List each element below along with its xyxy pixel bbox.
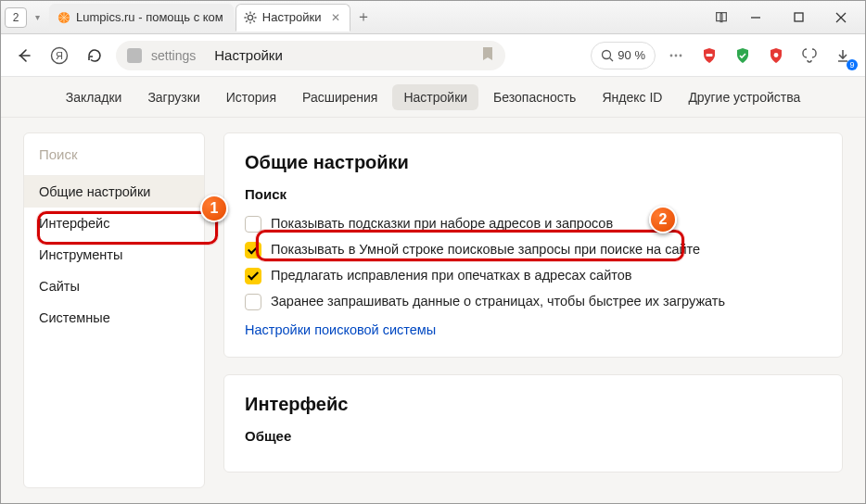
feedback-icon[interactable] [796, 43, 822, 69]
svg-line-7 [253, 20, 255, 22]
settings-sidebar: Поиск Общие настройки Интерфейс Инструме… [23, 132, 205, 488]
gear-icon [244, 11, 257, 24]
option-prefetch[interactable]: Заранее запрашивать данные о страницах, … [245, 289, 821, 315]
sidebar-item-sites[interactable]: Сайты [24, 271, 204, 302]
bookmark-icon[interactable] [481, 46, 494, 64]
option-label: Показывать в Умной строке поисковые запр… [271, 242, 700, 257]
tab-label: Lumpics.ru - помощь с ком [76, 10, 223, 24]
option-typo-fix[interactable]: Предлагать исправления при опечатках в а… [245, 263, 821, 289]
window-maximize-button[interactable] [778, 5, 819, 31]
sidebar-item-general[interactable]: Общие настройки [24, 176, 204, 208]
tab-strip: 2 ▾ Lumpics.ru - помощь с ком Настройки … [1, 1, 865, 34]
option-smartline-queries[interactable]: Показывать в Умной строке поисковые запр… [245, 237, 821, 263]
checkbox[interactable] [245, 242, 261, 258]
zoom-indicator[interactable]: 90 % [591, 42, 656, 69]
nav-back-button[interactable] [10, 42, 38, 69]
link-search-engine-settings[interactable]: Настройки поисковой системы [245, 322, 436, 337]
sidebar-item-interface[interactable]: Интерфейс [24, 208, 204, 239]
protect-shield-green-icon[interactable] [730, 43, 756, 69]
tab-lumpics[interactable]: Lumpics.ru - помощь с ком [49, 4, 234, 32]
tab-counter[interactable]: 2 [5, 7, 27, 28]
heading-interface: Интерфейс [245, 394, 821, 415]
svg-point-19 [670, 54, 673, 57]
yandex-home-button[interactable]: Я [45, 42, 73, 69]
checkbox[interactable] [245, 216, 261, 233]
nav-bookmarks[interactable]: Закладки [55, 84, 134, 110]
window-close-button[interactable] [821, 5, 861, 31]
zoom-value: 90 % [618, 48, 645, 62]
tab-close-icon[interactable]: ✕ [331, 11, 340, 24]
svg-rect-22 [707, 54, 713, 57]
card-interface: Интерфейс Общее [223, 374, 843, 472]
svg-point-20 [675, 54, 678, 57]
downloads-count-badge: 9 [847, 59, 858, 70]
nav-downloads[interactable]: Загрузки [136, 84, 210, 110]
svg-point-23 [774, 53, 779, 57]
svg-line-18 [610, 57, 614, 61]
tab-settings[interactable]: Настройки ✕ [236, 4, 350, 32]
tab-dropdown-icon[interactable]: ▾ [31, 12, 44, 22]
option-suggestions[interactable]: Показывать подсказки при наборе адресов … [245, 211, 821, 237]
option-label: Заранее запрашивать данные о страницах, … [271, 294, 725, 309]
checkbox[interactable] [245, 268, 261, 284]
window-minimize-button[interactable] [735, 5, 776, 31]
sidebar-search-input[interactable]: Поиск [24, 133, 204, 176]
nav-security[interactable]: Безопасность [482, 84, 587, 110]
nav-reload-button[interactable] [81, 42, 108, 69]
svg-line-9 [246, 20, 248, 22]
card-general: Общие настройки Поиск Показывать подсказ… [223, 132, 843, 358]
svg-line-8 [253, 13, 255, 15]
site-identity-icon [127, 48, 142, 63]
url-host: settings [151, 48, 196, 63]
toolbar: Я settings Настройки 90 % [1, 34, 865, 77]
checkbox[interactable] [245, 294, 261, 310]
nav-extensions[interactable]: Расширения [291, 84, 388, 110]
subheading-interface-general: Общее [245, 428, 821, 444]
nav-yandex-id[interactable]: Яндекс ID [591, 84, 673, 110]
menu-dots-icon[interactable] [663, 43, 689, 69]
option-label: Предлагать исправления при опечатках в а… [271, 268, 632, 283]
settings-content: Поиск Общие настройки Интерфейс Инструме… [1, 118, 865, 503]
sidebar-item-system[interactable]: Системные [24, 302, 204, 334]
svg-line-6 [246, 13, 248, 15]
downloads-button[interactable]: 9 [830, 43, 856, 69]
svg-rect-11 [795, 13, 803, 21]
smartbox[interactable]: settings Настройки [116, 41, 505, 70]
settings-top-nav: Закладки Загрузки История Расширения Нас… [1, 77, 865, 118]
svg-point-21 [680, 54, 682, 57]
adblock-icon[interactable] [696, 43, 722, 69]
nav-other-devices[interactable]: Другие устройства [677, 84, 811, 110]
svg-point-17 [603, 50, 611, 58]
nav-history[interactable]: История [215, 84, 287, 110]
sidebar-item-tools[interactable]: Инструменты [24, 239, 204, 271]
heading-general: Общие настройки [245, 152, 821, 173]
svg-text:Я: Я [56, 50, 63, 61]
tab-label: Настройки [262, 10, 322, 24]
protect-shield-red-icon[interactable] [763, 43, 789, 69]
page-title: Настройки [214, 47, 283, 63]
subheading-search: Поиск [245, 186, 821, 202]
new-tab-button[interactable]: ＋ [352, 6, 375, 29]
svg-point-1 [248, 15, 252, 19]
nav-settings[interactable]: Настройки [392, 84, 478, 110]
reading-list-icon[interactable] [707, 10, 735, 25]
favicon-orange-icon [57, 11, 70, 24]
option-label: Показывать подсказки при наборе адресов … [271, 216, 613, 231]
